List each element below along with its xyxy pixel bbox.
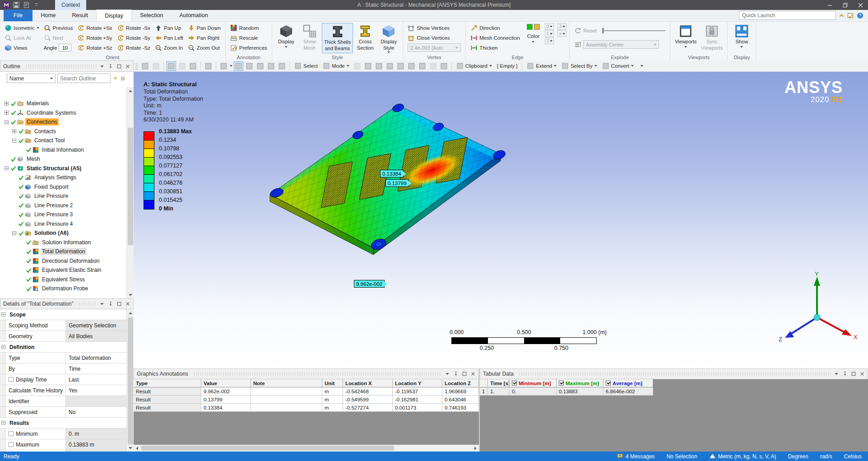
convert-button[interactable]: Convert	[600, 62, 636, 70]
restore-button[interactable]	[837, 0, 853, 10]
pin-icon[interactable]	[842, 371, 848, 377]
context-tab[interactable]: Context	[55, 0, 86, 10]
direction-button[interactable]: Direction	[469, 23, 522, 33]
tab-file[interactable]: File	[4, 9, 32, 21]
detail-value[interactable]: Time	[66, 363, 126, 374]
zoom-fit-tool-icon[interactable]	[277, 61, 287, 71]
shaded-exterior-cube-icon[interactable]	[167, 61, 176, 71]
pick-mode-icon[interactable]	[428, 61, 438, 71]
tree-item-line-pressure-3[interactable]: Line Pressure 3	[0, 210, 126, 219]
edge-numbering-2-button[interactable]: 2	[545, 37, 554, 44]
tab-selection[interactable]: Selection	[132, 9, 171, 21]
details-section-results[interactable]: Results	[0, 418, 126, 428]
tab-automation[interactable]: Automation	[171, 9, 216, 21]
tab-result[interactable]: Result	[64, 9, 96, 21]
ga-column-location-x[interactable]: Location X	[343, 379, 393, 387]
rescale-button[interactable]: Rescale	[228, 33, 269, 42]
qat-customize-icon[interactable]	[32, 1, 40, 9]
edge-numbering-1-button[interactable]: 1	[545, 30, 554, 37]
detail-value[interactable]: No	[66, 407, 126, 417]
detail-value[interactable]: Total Deformation	[66, 353, 126, 363]
pin-icon[interactable]	[453, 371, 459, 377]
pan-left-button[interactable]: Pan Left	[153, 33, 185, 42]
pan-up-button[interactable]: Pan Up	[153, 23, 185, 33]
ga-cell[interactable]: -0.542468	[343, 387, 393, 396]
viewports-button[interactable]: Viewports	[673, 23, 698, 53]
ga-cell[interactable]: 0.643046	[442, 396, 479, 404]
ga-cell[interactable]	[251, 404, 322, 412]
edge-numbering-0-button[interactable]: 0	[545, 23, 554, 30]
rotate-sx-button[interactable]: Rotate +Sx	[75, 23, 114, 33]
look-at-button[interactable]: Look At	[3, 33, 41, 42]
zoom-in-tool-icon[interactable]	[245, 61, 254, 71]
orientation-triad[interactable]: Y X Z	[773, 271, 859, 350]
explode-cube-icon[interactable]	[188, 61, 198, 71]
status-4-messages[interactable]: 4 Messages	[617, 453, 655, 460]
ga-column-location-y[interactable]: Location Y	[393, 379, 442, 387]
details-row-suppressed[interactable]: SuppressedNo	[0, 407, 126, 418]
reset-explode-button[interactable]: Reset	[572, 26, 667, 35]
close-button[interactable]	[853, 0, 868, 10]
display-button[interactable]: Display	[275, 23, 297, 53]
checkbox[interactable]	[9, 442, 14, 447]
mesh-connection-button[interactable]: Mesh Connection	[469, 33, 522, 42]
scrollbar-thumb[interactable]	[141, 446, 394, 451]
ga-cell[interactable]	[251, 396, 322, 404]
scroll-down-icon[interactable]	[127, 444, 134, 452]
status-rad-s[interactable]: rad/s	[820, 453, 832, 460]
td-cell[interactable]: 6.8646e-002	[603, 387, 653, 396]
tab-display[interactable]: Display	[96, 9, 132, 21]
tree-item-equivalent-stress[interactable]: Equivalent Stress	[0, 275, 126, 284]
toolbar-overflow-button[interactable]	[637, 61, 646, 71]
vertex-size-combo[interactable]: 2.4e-003 (Auto	[408, 43, 461, 52]
ga-cell[interactable]: Result	[134, 387, 201, 396]
collapse-tree-icon[interactable]	[120, 76, 125, 81]
td-column-time-s[interactable]: Time [s]	[488, 379, 510, 387]
show-button[interactable]: Show	[730, 23, 753, 53]
isometric-button[interactable]: Isometric	[3, 23, 41, 33]
td-column-minimum-m[interactable]: Minimum [m]	[510, 379, 557, 387]
previous-button[interactable]: Previous	[42, 23, 75, 33]
detail-value[interactable]: Geometry Selection	[66, 320, 126, 331]
scrollbar-thumb[interactable]	[128, 317, 133, 452]
details-row-by[interactable]: ByTime	[0, 363, 126, 374]
angle-button[interactable]: Angle	[42, 43, 75, 52]
detail-value[interactable]: 0. m	[66, 428, 126, 439]
thicken-button[interactable]: Thicken	[469, 43, 522, 52]
float-icon[interactable]	[116, 301, 122, 307]
scroll-up-icon[interactable]	[127, 309, 134, 317]
details-section-definition[interactable]: Definition	[0, 342, 126, 353]
search-expand-icon[interactable]	[112, 75, 118, 81]
pin-icon[interactable]	[108, 301, 113, 307]
pan-tool-icon[interactable]	[234, 61, 243, 71]
float-icon[interactable]	[851, 371, 856, 377]
toolbar-drag-handle[interactable]	[135, 62, 138, 70]
tree-item-total-deformation[interactable]: Total Deformation	[0, 247, 126, 256]
minus-expander-icon[interactable]	[12, 231, 16, 235]
plus-expander-icon[interactable]	[5, 111, 9, 115]
select-element-icon[interactable]	[407, 61, 416, 71]
details-row-identifier[interactable]: Identifier	[0, 396, 126, 407]
scroll-right-icon[interactable]	[472, 445, 479, 452]
select-mesh-icon[interactable]	[418, 61, 427, 71]
minus-expander-icon[interactable]	[1, 345, 5, 349]
scrollbar-thumb[interactable]	[128, 128, 133, 245]
minus-expander-icon[interactable]	[12, 139, 16, 143]
show-mesh-button[interactable]: ShowMesh	[298, 23, 321, 53]
edge-color-swatch[interactable]	[527, 24, 533, 30]
ga-cell[interactable]: -0.119537	[393, 387, 442, 396]
ga-hscrollbar[interactable]	[134, 445, 479, 452]
td-cell[interactable]: 0.	[510, 387, 557, 396]
rotate-sy-button[interactable]: Rotate -Sy	[115, 33, 152, 42]
scroll-down-icon[interactable]	[127, 291, 134, 298]
pan-right-button[interactable]: Pan Right	[186, 33, 223, 42]
preferences-button[interactable]: Preferences	[228, 43, 269, 52]
tree-item-connections[interactable]: Connections	[0, 117, 126, 127]
graphics-viewport[interactable]: A: Static Structural Total DeformationTy…	[134, 72, 868, 368]
ga-column-location-z[interactable]: Location Z	[442, 379, 479, 387]
details-section-scope[interactable]: Scope	[0, 309, 126, 320]
tab-home[interactable]: Home	[32, 9, 64, 21]
next-button[interactable]: Next	[42, 33, 75, 42]
ga-cell[interactable]: m	[322, 396, 343, 404]
td-cell[interactable]: 0.13883	[557, 387, 603, 396]
